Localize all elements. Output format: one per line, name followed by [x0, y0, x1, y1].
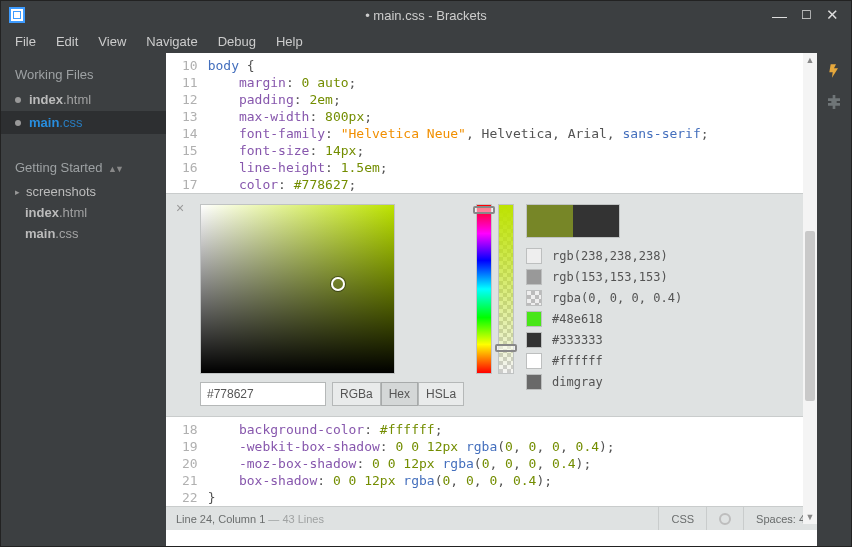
window-title: • main.css - Brackets [365, 8, 487, 23]
color-preview [526, 204, 620, 238]
close-picker-button[interactable]: × [176, 200, 184, 216]
minimize-button[interactable]: — [772, 7, 787, 24]
dirty-indicator-icon [15, 120, 21, 126]
swatch-row[interactable]: #48e618 [526, 311, 682, 327]
menu-view[interactable]: View [90, 32, 134, 51]
scroll-down-arrow[interactable]: ▼ [803, 510, 817, 524]
file-main[interactable]: main.css [1, 223, 166, 244]
menu-navigate[interactable]: Navigate [138, 32, 205, 51]
color-value-input[interactable] [200, 382, 326, 406]
language-label: CSS [671, 513, 694, 525]
swatch-color-icon [526, 332, 542, 348]
close-button[interactable]: ✕ [826, 6, 839, 24]
working-files-header[interactable]: Working Files [1, 59, 166, 88]
sv-cursor-handle[interactable] [331, 277, 345, 291]
menu-file[interactable]: File [7, 32, 44, 51]
swatch-label: #ffffff [552, 354, 603, 368]
working-file-index[interactable]: index.html [1, 88, 166, 111]
sidebar: Working Files index.htmlmain.css Getting… [1, 53, 166, 546]
menu-edit[interactable]: Edit [48, 32, 86, 51]
cursor-position[interactable]: Line 24, Column 1 — 43 Lines [166, 513, 658, 525]
format-hex-button[interactable]: Hex [381, 382, 418, 406]
right-toolbar [817, 53, 851, 546]
menu-debug[interactable]: Debug [210, 32, 264, 51]
maximize-button[interactable]: ☐ [801, 8, 812, 22]
live-preview-icon[interactable] [824, 63, 844, 79]
swatch-row[interactable]: dimgray [526, 374, 682, 390]
hue-slider[interactable] [476, 204, 492, 374]
file-index[interactable]: index.html [1, 202, 166, 223]
scrollbar-thumb[interactable] [805, 231, 815, 401]
working-file-main[interactable]: main.css [1, 111, 166, 134]
swatch-label: rgb(153,153,153) [552, 270, 668, 284]
app-window: • main.css - Brackets — ☐ ✕ FileEditView… [0, 0, 852, 547]
saturation-value-field[interactable] [200, 204, 395, 374]
editor-scrollbar[interactable]: ▲ ▼ [803, 53, 817, 524]
swatch-color-icon [526, 311, 542, 327]
dropdown-icon: ▲▼ [108, 164, 122, 174]
extension-manager-icon[interactable] [824, 93, 844, 109]
menubar: FileEditViewNavigateDebugHelp [1, 29, 851, 53]
folder-screenshots[interactable]: ▸screenshots [1, 181, 166, 202]
swatch-label: dimgray [552, 375, 603, 389]
inspection-indicator[interactable] [706, 507, 743, 530]
swatch-row[interactable]: #333333 [526, 332, 682, 348]
swatch-color-icon [526, 290, 542, 306]
format-rgba-button[interactable]: RGBa [332, 382, 381, 406]
swatch-color-icon [526, 269, 542, 285]
alpha-slider-handle[interactable] [495, 344, 517, 352]
swatch-label: rgb(238,238,238) [552, 249, 668, 263]
swatch-label: rgba(0, 0, 0, 0.4) [552, 291, 682, 305]
language-mode[interactable]: CSS [658, 507, 706, 530]
brackets-app-icon [9, 7, 25, 23]
swatch-label: #333333 [552, 333, 603, 347]
dirty-indicator-icon [15, 97, 21, 103]
swatch-row[interactable]: rgb(238,238,238) [526, 248, 682, 264]
chevron-right-icon: ▸ [15, 187, 20, 197]
original-color-preview[interactable] [573, 205, 619, 237]
inspection-status-icon [719, 513, 731, 525]
editor-area[interactable]: 1011121314151617body { margin: 0 auto; p… [166, 53, 817, 546]
alpha-slider[interactable] [498, 204, 514, 374]
swatch-row[interactable]: rgba(0, 0, 0, 0.4) [526, 290, 682, 306]
total-lines-text: — 43 Lines [265, 513, 324, 525]
indent-label: Spaces: 4 [756, 513, 805, 525]
swatch-color-icon [526, 374, 542, 390]
hue-slider-handle[interactable] [473, 206, 495, 214]
scroll-up-arrow[interactable]: ▲ [803, 53, 817, 67]
format-hsla-button[interactable]: HSLa [418, 382, 464, 406]
statusbar: Line 24, Column 1 — 43 Lines CSS Spaces:… [166, 506, 817, 530]
inline-color-picker: × RGBaHexHSLa [166, 193, 817, 417]
titlebar[interactable]: • main.css - Brackets — ☐ ✕ [1, 1, 851, 29]
cursor-position-text: Line 24, Column 1 [176, 513, 265, 525]
window-controls: — ☐ ✕ [772, 6, 851, 24]
menu-help[interactable]: Help [268, 32, 311, 51]
swatch-row[interactable]: #ffffff [526, 353, 682, 369]
swatch-color-icon [526, 353, 542, 369]
swatch-row[interactable]: rgb(153,153,153) [526, 269, 682, 285]
project-header[interactable]: Getting Started ▲▼ [1, 152, 166, 181]
swatch-color-icon [526, 248, 542, 264]
swatch-label: #48e618 [552, 312, 603, 326]
project-label: Getting Started [15, 160, 102, 175]
working-files-label: Working Files [15, 67, 94, 82]
current-color-preview [527, 205, 573, 237]
